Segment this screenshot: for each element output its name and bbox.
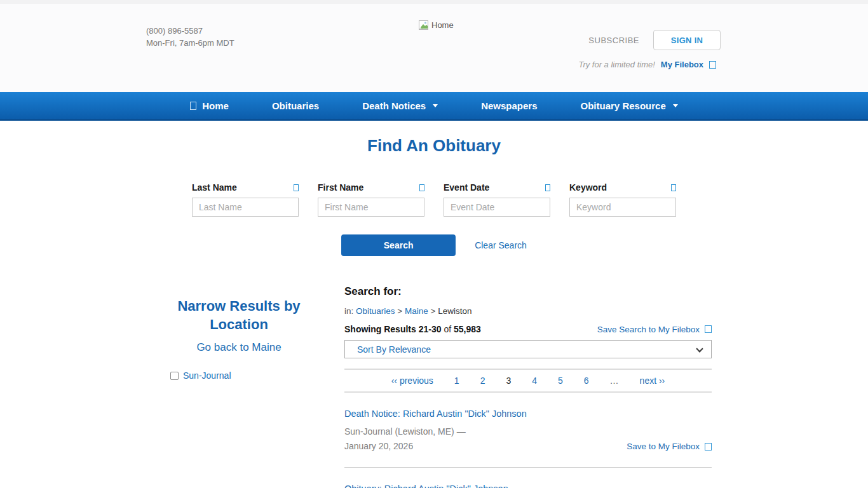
go-back-link[interactable]: Go back to Maine (156, 341, 322, 354)
sort-select[interactable]: Sort By Relevance (344, 340, 712, 358)
save-to-filebox-link[interactable]: Save to My Filebox (627, 439, 712, 454)
showing-label: Showing Results (344, 324, 416, 334)
result-source: Sun-Journal (Lewiston, ME) — (344, 424, 712, 439)
breadcrumb-maine-link[interactable]: Maine (405, 306, 428, 316)
pagination-current-page: 3 (506, 376, 511, 386)
help-icon[interactable] (545, 184, 550, 191)
breadcrumb-current: Lewiston (438, 306, 471, 316)
help-icon[interactable] (419, 184, 424, 191)
last-name-field-group: Last Name (192, 182, 299, 217)
filebox-icon (709, 61, 716, 69)
phone-number: (800) 896-5587 (146, 25, 234, 37)
sign-in-button[interactable]: SIGN IN (653, 30, 721, 50)
help-icon[interactable] (671, 184, 676, 191)
pagination-next-link[interactable]: next ›› (640, 376, 665, 386)
pagination-page-1[interactable]: 1 (454, 376, 459, 386)
my-filebox-label: My Filebox (661, 60, 703, 69)
filebox-icon (705, 325, 712, 333)
first-name-input[interactable] (318, 198, 424, 217)
nav-item-home[interactable]: Home (190, 100, 229, 111)
result-date: January 20, 2026 (344, 439, 413, 454)
nav-obituary-resource-label: Obituary Resource (581, 100, 666, 111)
clear-search-link[interactable]: Clear Search (475, 240, 527, 250)
showing-total: 55,983 (454, 324, 481, 334)
nav-home-label: Home (202, 100, 229, 111)
first-name-label: First Name (318, 182, 363, 193)
keyword-input[interactable] (569, 198, 676, 217)
result-item: Death Notice: Richard Austin "Dick" John… (344, 408, 712, 468)
save-search-label: Save Search to My Filebox (597, 325, 700, 334)
event-date-label: Event Date (444, 182, 489, 193)
pagination: ‹‹ previous 1 2 3 4 5 6 … next ›› (344, 369, 712, 393)
breadcrumb-separator: > (397, 306, 402, 316)
last-name-input[interactable] (192, 198, 299, 217)
save-search-link[interactable]: Save Search to My Filebox (597, 325, 712, 334)
pagination-page-2[interactable]: 2 (480, 376, 485, 386)
nav-item-newspapers[interactable]: Newspapers (481, 100, 537, 111)
obituary-search-form: Last Name First Name Event Date Keyword (192, 182, 676, 217)
sort-selected-option: Sort By Relevance (357, 344, 431, 355)
nav-item-obituaries[interactable]: Obituaries (272, 100, 319, 111)
contact-info: (800) 896-5587 Mon-Fri, 7am-6pm MDT (146, 25, 234, 49)
pagination-ellipsis: … (610, 376, 619, 386)
nav-obituaries-label: Obituaries (272, 100, 319, 111)
breadcrumb: in: Obituaries > Maine > Lewiston (344, 306, 712, 316)
chevron-down-icon (696, 345, 703, 352)
promo-text: Try for a limited time! (578, 60, 654, 69)
breadcrumb-separator: > (431, 306, 436, 316)
showing-range: 21-30 (419, 324, 442, 334)
event-date-input[interactable] (444, 198, 550, 217)
page-title: Find An Obituary (0, 136, 868, 156)
search-button[interactable]: Search (341, 234, 456, 256)
nav-item-death-notices[interactable]: Death Notices (362, 100, 438, 111)
chevron-down-icon (673, 104, 678, 107)
result-title-link[interactable]: Death Notice: Richard Austin "Dick" John… (344, 409, 527, 419)
last-name-label: Last Name (192, 182, 237, 193)
breadcrumb-obituaries-link[interactable]: Obituaries (356, 306, 395, 316)
first-name-field-group: First Name (318, 182, 424, 217)
save-to-filebox-label: Save to My Filebox (627, 439, 700, 454)
filebox-icon (705, 443, 712, 451)
sun-journal-link[interactable]: Sun-Journal (183, 370, 231, 381)
sun-journal-checkbox[interactable] (170, 372, 179, 380)
nav-newspapers-label: Newspapers (481, 100, 537, 111)
home-icon (190, 102, 196, 110)
pagination-page-4[interactable]: 4 (532, 376, 537, 386)
subscribe-link[interactable]: SUBSCRIBE (588, 36, 639, 45)
pagination-page-6[interactable]: 6 (584, 376, 589, 386)
sidebar-title: Narrow Results by Location (156, 297, 322, 334)
filter-row: Sun-Journal (170, 370, 322, 381)
results-heading: Search for: (344, 285, 712, 298)
location-sidebar: Narrow Results by Location Go back to Ma… (156, 285, 322, 488)
search-results: Search for: in: Obituaries > Maine > Lew… (344, 285, 712, 488)
result-title-link[interactable]: Obituary: Richard Austin "Dick" Johnson (344, 484, 508, 488)
pagination-page-5[interactable]: 5 (558, 376, 563, 386)
main-nav: Home Obituaries Death Notices Newspapers… (0, 92, 868, 121)
nav-death-notices-label: Death Notices (362, 100, 426, 111)
keyword-label: Keyword (569, 182, 607, 193)
keyword-field-group: Keyword (569, 182, 676, 217)
pagination-previous-link[interactable]: ‹‹ previous (391, 376, 433, 386)
broken-image-icon (418, 20, 431, 30)
my-filebox-link[interactable]: My Filebox (661, 60, 716, 69)
result-item: Obituary: Richard Austin "Dick" Johnson (344, 483, 712, 488)
breadcrumb-prefix: in: (344, 306, 353, 316)
phone-hours: Mon-Fri, 7am-6pm MDT (146, 37, 234, 49)
help-icon[interactable] (294, 184, 299, 191)
chevron-down-icon (433, 104, 438, 107)
nav-item-obituary-resource[interactable]: Obituary Resource (581, 100, 678, 111)
showing-of: of (444, 324, 451, 334)
event-date-field-group: Event Date (444, 182, 550, 217)
logo-alt-text: Home (431, 20, 454, 30)
showing-results-text: Showing Results 21-30 of 55,983 (344, 324, 481, 334)
site-logo-link[interactable]: Home (418, 20, 454, 30)
site-header: (800) 896-5587 Mon-Fri, 7am-6pm MDT Home… (0, 0, 868, 92)
